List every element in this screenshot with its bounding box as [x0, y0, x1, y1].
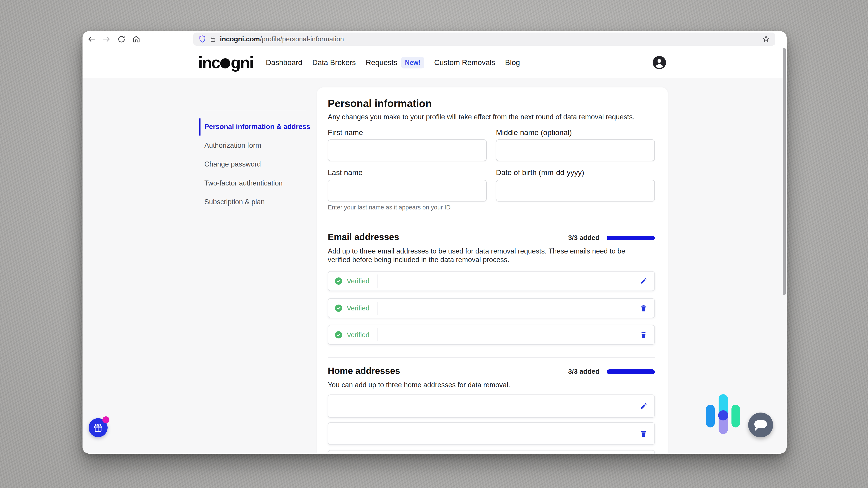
- logo-text-prefix: inc: [198, 53, 220, 72]
- browser-window: incogni.com/profile/personal-information…: [83, 31, 786, 454]
- sidebar-item-personal-information[interactable]: Personal information & address: [204, 122, 310, 132]
- nav-link-dashboard[interactable]: Dashboard: [266, 58, 302, 67]
- row-separator: [377, 302, 377, 315]
- last-name-hint: Enter your last name as it appears on yo…: [328, 204, 451, 211]
- scrollbar-thumb[interactable]: [783, 48, 786, 295]
- verified-check-icon: [335, 278, 342, 285]
- addresses-progress-fill: [607, 369, 655, 374]
- forward-button[interactable]: [101, 33, 112, 45]
- reload-icon: [117, 35, 126, 43]
- emails-progress-bar: [607, 236, 655, 240]
- section-divider: [328, 221, 655, 221]
- emails-description: Add up to three email addresses to be us…: [328, 247, 642, 264]
- incogni-logo[interactable]: incgni: [198, 53, 253, 72]
- home-button[interactable]: [130, 33, 142, 45]
- new-badge: New!: [401, 57, 424, 68]
- email-row: Verified: [328, 271, 655, 291]
- sidebar-item-subscription[interactable]: Subscription & plan: [204, 197, 265, 207]
- page-title: Personal information: [328, 97, 432, 109]
- url-domain: incogni.com: [220, 35, 260, 43]
- forward-arrow-icon: [102, 35, 111, 43]
- sidebar-item-change-password[interactable]: Change password: [204, 159, 261, 169]
- account-menu-button[interactable]: [652, 55, 666, 70]
- verified-check-icon: [335, 304, 342, 312]
- lock-icon: [210, 36, 216, 42]
- first-name-input[interactable]: [328, 139, 487, 161]
- chat-bubble-icon: [754, 420, 767, 428]
- profile-page: Personal information & address Authoriza…: [83, 78, 786, 454]
- beamer-bar-green: [732, 404, 740, 427]
- site-navbar: incgni Dashboard Data Brokers Requests N…: [83, 47, 786, 78]
- addresses-description: You can add up to three home addresses f…: [328, 381, 510, 389]
- back-button[interactable]: [86, 33, 97, 45]
- delete-email-button[interactable]: [639, 330, 649, 340]
- url-bar[interactable]: incogni.com/profile/personal-information: [193, 33, 775, 46]
- tracking-protection-shield-icon[interactable]: [198, 35, 206, 43]
- profile-card: Personal information Any changes you mak…: [317, 88, 668, 454]
- back-arrow-icon: [87, 35, 96, 43]
- star-icon: [762, 35, 770, 43]
- browser-toolbar: incogni.com/profile/personal-information: [83, 31, 786, 47]
- beamer-bars-logo[interactable]: [706, 394, 740, 434]
- verified-badge: Verified: [347, 277, 369, 285]
- delete-email-button[interactable]: [639, 303, 649, 313]
- email-row: Verified: [328, 298, 655, 318]
- row-separator: [377, 328, 377, 341]
- trash-icon: [640, 304, 647, 312]
- bookmark-star-button[interactable]: [762, 35, 770, 43]
- sidebar-item-two-factor[interactable]: Two-factor authentication: [204, 178, 283, 188]
- logo-o-dot: [220, 58, 230, 68]
- row-separator: [377, 274, 377, 288]
- nav-links: Dashboard Data Brokers Requests New! Cus…: [266, 57, 520, 68]
- logo-text-suffix: gni: [231, 53, 253, 72]
- email-row: Verified: [328, 325, 655, 345]
- last-name-input[interactable]: [328, 180, 487, 201]
- url-text: incogni.com/profile/personal-information: [220, 35, 344, 43]
- nav-link-blog[interactable]: Blog: [505, 58, 520, 67]
- pencil-icon: [640, 402, 647, 410]
- last-name-label: Last name: [328, 168, 363, 177]
- avatar-icon: [652, 55, 666, 70]
- personal-description: Any changes you make to your profile wil…: [328, 113, 634, 121]
- beamer-bar-blue: [706, 404, 715, 427]
- nav-link-custom-removals[interactable]: Custom Removals: [434, 58, 495, 67]
- reload-button[interactable]: [116, 33, 127, 45]
- live-chat-button[interactable]: [748, 413, 773, 437]
- address-row: [328, 394, 655, 418]
- trash-icon: [640, 430, 647, 437]
- middle-name-label: Middle name (optional): [496, 128, 572, 137]
- addresses-section-title: Home addresses: [328, 366, 400, 376]
- emails-section-title: Email addresses: [328, 232, 399, 242]
- sidebar-item-authorization-form[interactable]: Authorization form: [204, 140, 261, 151]
- verified-check-icon: [335, 331, 342, 338]
- dob-label: Date of birth (mm-dd-yyyy): [496, 168, 584, 177]
- url-path: /profile/personal-information: [260, 35, 344, 43]
- address-row: [328, 422, 655, 445]
- gift-notification-dot: [102, 416, 110, 423]
- gift-icon: [93, 422, 103, 433]
- verified-badge: Verified: [347, 331, 369, 339]
- section-divider: [328, 357, 655, 358]
- middle-name-input[interactable]: [496, 139, 655, 161]
- sidebar-divider: [204, 111, 306, 111]
- address-row: [328, 450, 655, 454]
- edit-address-button[interactable]: [639, 401, 649, 411]
- pencil-icon: [640, 277, 647, 285]
- addresses-progress-bar: [607, 369, 655, 374]
- addresses-counter: 3/3 added: [568, 367, 599, 375]
- delete-address-button[interactable]: [639, 429, 649, 438]
- emails-progress-fill: [607, 236, 655, 240]
- verified-badge: Verified: [347, 304, 369, 312]
- beamer-circle: [718, 410, 728, 420]
- emails-counter: 3/3 added: [568, 234, 599, 241]
- nav-link-data-brokers[interactable]: Data Brokers: [312, 58, 356, 67]
- first-name-label: First name: [328, 128, 363, 137]
- dob-input[interactable]: [496, 180, 655, 201]
- home-icon: [132, 35, 141, 43]
- chat-bubble-tail: [755, 428, 758, 431]
- trash-icon: [640, 331, 647, 339]
- edit-email-button[interactable]: [639, 276, 649, 286]
- nav-link-requests[interactable]: Requests: [366, 58, 397, 67]
